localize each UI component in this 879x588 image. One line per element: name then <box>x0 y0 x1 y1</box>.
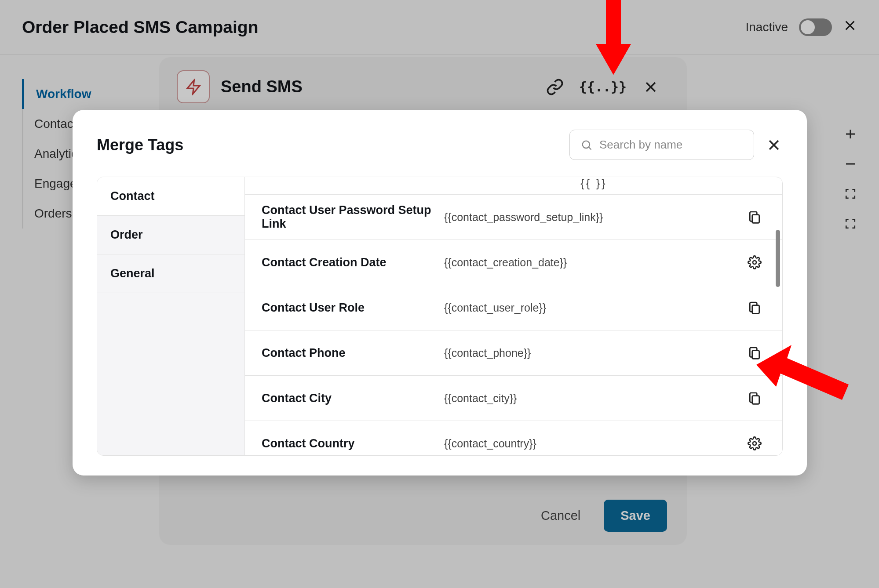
scrollbar[interactable] <box>776 230 780 287</box>
svg-marker-20 <box>756 345 849 400</box>
tag-value: {{contact_city}} <box>444 392 744 405</box>
svg-line-9 <box>589 147 591 149</box>
close-icon[interactable] <box>765 136 783 154</box>
annotation-arrow-icon <box>756 345 849 402</box>
modal-title: Merge Tags <box>97 136 558 154</box>
tag-label: Contact User Role <box>262 301 444 315</box>
svg-point-13 <box>753 261 756 264</box>
gear-icon[interactable] <box>744 436 766 450</box>
copy-icon[interactable] <box>744 301 766 315</box>
tag-row: Contact City {{contact_city}} <box>245 376 782 421</box>
search-icon <box>580 139 593 151</box>
tag-row: {{ }} <box>245 177 782 195</box>
annotation-arrow-icon <box>589 0 638 75</box>
tag-row: Contact Phone {{contact_phone}} <box>245 330 782 376</box>
tag-value: {{contact_user_role}} <box>444 301 744 314</box>
tag-row: Contact User Password Setup Link {{conta… <box>245 195 782 240</box>
tag-value: {{contact_country}} <box>444 437 744 450</box>
category-contact[interactable]: Contact <box>97 177 244 216</box>
tag-row: Contact Country {{contact_country}} <box>245 421 782 455</box>
svg-point-8 <box>583 141 590 148</box>
tag-value: {{contact_creation_date}} <box>444 256 744 269</box>
tag-label: Contact Creation Date <box>262 256 444 269</box>
modal-header: Merge Tags <box>97 130 783 160</box>
tag-label: Contact Country <box>262 437 444 450</box>
svg-point-17 <box>753 442 756 445</box>
modal-body: Contact Order General {{ }} Contact User… <box>97 177 783 456</box>
tag-row: Contact Creation Date {{contact_creation… <box>245 240 782 285</box>
svg-rect-14 <box>752 305 759 314</box>
search-input[interactable] <box>599 138 743 152</box>
tag-label: Contact User Password Setup Link <box>262 203 444 231</box>
category-list: Contact Order General <box>97 177 245 455</box>
category-order[interactable]: Order <box>97 216 244 254</box>
tag-value: {{contact_phone}} <box>444 347 744 359</box>
category-general[interactable]: General <box>97 254 244 293</box>
tags-list[interactable]: {{ }} Contact User Password Setup Link {… <box>245 177 782 455</box>
svg-marker-19 <box>596 0 631 75</box>
tag-value: {{contact_password_setup_link}} <box>444 211 744 224</box>
gear-icon[interactable] <box>744 255 766 269</box>
merge-tags-modal: Merge Tags Contact Order General {{ }} C… <box>73 110 807 475</box>
search-box[interactable] <box>569 130 754 160</box>
copy-icon[interactable] <box>744 210 766 224</box>
tag-label: Contact Phone <box>262 346 444 360</box>
tag-row: Contact User Role {{contact_user_role}} <box>245 285 782 330</box>
tag-label: Contact City <box>262 392 444 405</box>
svg-rect-12 <box>752 215 759 223</box>
